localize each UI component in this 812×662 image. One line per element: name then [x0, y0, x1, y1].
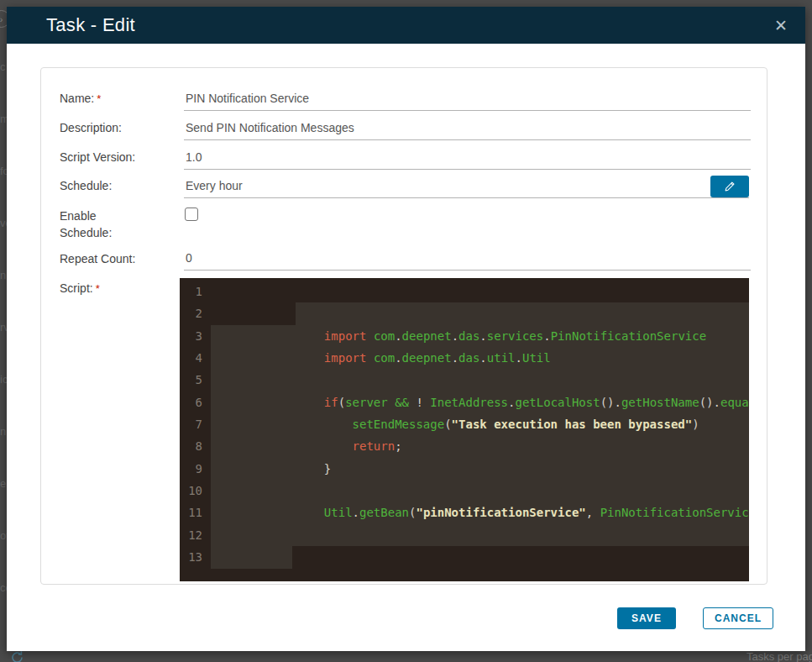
background-fragment: n	[0, 425, 6, 438]
line-number: 7	[180, 413, 202, 435]
code-line: 6 if(server && ! InetAddress.getLocalHos…	[180, 391, 749, 413]
script-version-label: Script Version:	[60, 149, 148, 166]
code-line: 12	[180, 524, 749, 546]
line-number: 5	[180, 369, 202, 391]
script-editor-lines: 123 import com.deepnet.das.services.PinN…	[180, 281, 749, 568]
code-text: return;	[211, 435, 402, 457]
refresh-icon	[10, 650, 24, 662]
code-line: 13	[180, 546, 749, 568]
name-label: Name:*	[60, 90, 148, 108]
script-label: Script:*	[60, 280, 148, 297]
code-line: 8 return;	[180, 435, 749, 457]
code-line: 4 import com.deepnet.das.util.Util	[180, 347, 749, 369]
description-label: Description:	[60, 119, 148, 136]
script-editor[interactable]: 123 import com.deepnet.das.services.PinN…	[180, 278, 749, 581]
dialog-body: Name:* Description: Script Version: Sche…	[7, 44, 805, 651]
name-input[interactable]	[184, 90, 751, 111]
description-input[interactable]	[184, 119, 751, 140]
line-number: 13	[180, 546, 202, 568]
pencil-icon	[724, 181, 736, 192]
line-number: 8	[180, 435, 202, 457]
chevron-glyph: ›	[0, 14, 3, 24]
line-number: 11	[180, 502, 202, 523]
line-number: 1	[180, 281, 202, 302]
code-text: Util.getBean("pinNotificationService", P…	[211, 502, 749, 523]
schedule-label: Schedule:	[60, 177, 148, 194]
line-number: 2	[180, 302, 202, 324]
dialog-actions: SAVE CANCEL	[617, 607, 773, 629]
repeat-count-input[interactable]	[184, 250, 751, 271]
line-number: 10	[180, 480, 202, 502]
schedule-input[interactable]	[184, 177, 749, 198]
code-line: 9 }	[180, 458, 749, 480]
line-number: 12	[180, 524, 202, 546]
required-marker: *	[96, 282, 100, 295]
required-marker: *	[97, 92, 101, 105]
enable-schedule-label: Enable Schedule:	[60, 208, 148, 241]
repeat-count-label: Repeat Count:	[60, 250, 148, 267]
code-text: setEndMessage("Task execution has been b…	[211, 413, 699, 435]
background-fragment: c	[0, 60, 6, 73]
line-number: 4	[180, 347, 202, 369]
code-line: 3 import com.deepnet.das.services.PinNot…	[180, 325, 749, 347]
code-text: }	[211, 458, 331, 480]
code-line: 5	[180, 369, 749, 391]
line-number: 3	[180, 325, 202, 347]
code-text: import com.deepnet.das.services.PinNotif…	[211, 325, 706, 347]
code-line: 1	[180, 281, 749, 302]
background-fragment: n	[0, 269, 6, 281]
enable-schedule-checkbox[interactable]	[185, 208, 198, 221]
code-text: import com.deepnet.das.util.Util	[211, 347, 551, 369]
script-version-input[interactable]	[184, 149, 751, 170]
code-line: 7 setEndMessage("Task execution has been…	[180, 413, 749, 435]
code-line: 2	[180, 302, 749, 324]
code-line: 10	[180, 480, 749, 502]
code-text: if(server && ! InetAddress.getLocalHost(…	[211, 391, 749, 413]
edit-schedule-button[interactable]	[710, 176, 749, 197]
close-icon[interactable]: ✕	[774, 18, 788, 34]
cancel-button[interactable]: CANCEL	[703, 607, 773, 629]
tasks-per-page-label: Tasks per pag	[747, 650, 812, 662]
line-number: 9	[180, 458, 202, 480]
dialog-header: Task - Edit ✕	[7, 7, 805, 44]
task-form-card: Name:* Description: Script Version: Sche…	[40, 67, 767, 585]
save-button[interactable]: SAVE	[617, 607, 676, 629]
code-line: 11 Util.getBean("pinNotificationService"…	[180, 502, 749, 523]
line-number: 6	[180, 391, 202, 413]
task-edit-dialog: Task - Edit ✕ Name:* Description: Script…	[7, 7, 805, 651]
dialog-title: Task - Edit	[46, 14, 135, 36]
